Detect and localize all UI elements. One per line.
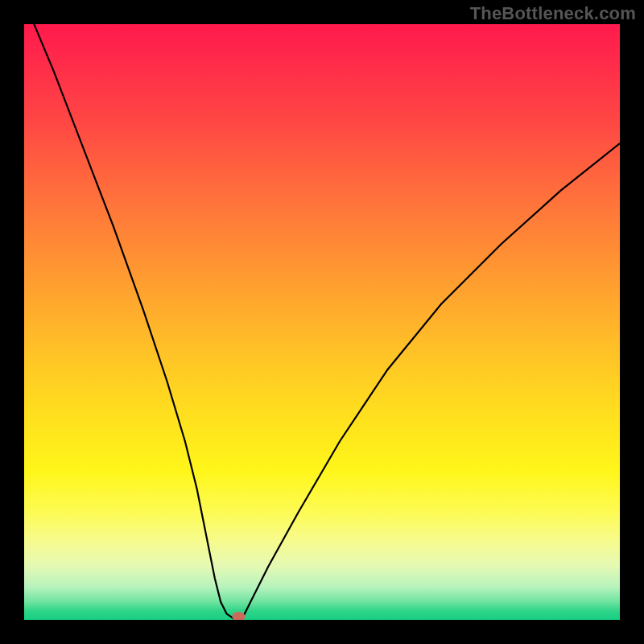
background-gradient (24, 24, 620, 620)
watermark-text: TheBottleneck.com (470, 3, 636, 24)
chart-frame: TheBottleneck.com (0, 0, 644, 644)
plot-area (24, 24, 620, 620)
